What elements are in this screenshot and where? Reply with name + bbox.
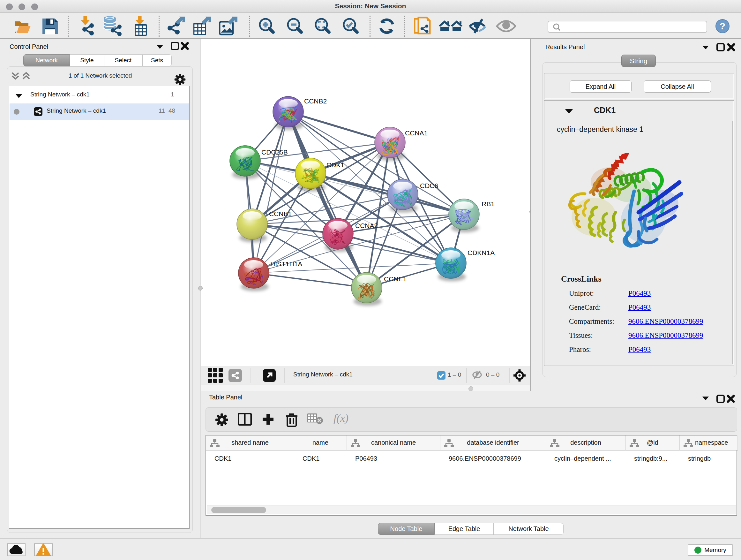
svg-text:CCNA1: CCNA1	[405, 129, 428, 137]
svg-text:RB1: RB1	[482, 200, 495, 207]
svg-text:?: ?	[720, 21, 725, 31]
svg-text:CCNA2: CCNA2	[355, 222, 378, 229]
svg-text:HIST1H1A: HIST1H1A	[270, 260, 302, 267]
svg-text:CCNE1: CCNE1	[384, 275, 407, 283]
svg-text:CDC6: CDC6	[420, 182, 438, 189]
svg-text:CCNB2: CCNB2	[304, 98, 327, 105]
svg-text:CDKN1A: CDKN1A	[468, 249, 495, 256]
svg-text:CDK1: CDK1	[327, 161, 344, 169]
svg-text:CDC25B: CDC25B	[261, 148, 288, 156]
svg-text:CCNB1: CCNB1	[269, 210, 292, 217]
